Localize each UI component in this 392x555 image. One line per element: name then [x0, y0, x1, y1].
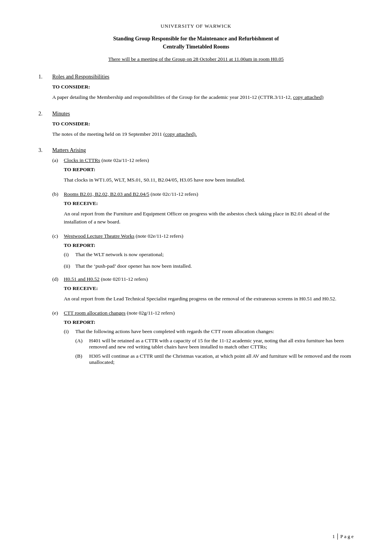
- subsection-3a-action: TO REPORT:: [64, 167, 354, 173]
- subsection-3b-label: (b): [52, 191, 64, 197]
- subsection-3a: (a) Clocks in CTTRs (note 02a/11-12 refe…: [52, 157, 354, 184]
- subsection-3d: (d) H0.51 and H0.52 (note 02f/11-12 refe…: [52, 276, 354, 303]
- section-2: 2. Minutes TO CONSIDER: The notes of the…: [38, 111, 354, 138]
- section-1-body: TO CONSIDER: A paper detailing the Membe…: [52, 84, 354, 102]
- title-line1: Standing Group Responsible for the Maint…: [113, 36, 279, 42]
- subsection-3d-label: (d): [52, 276, 64, 282]
- section-2-action: TO CONSIDER:: [52, 121, 354, 127]
- subsection-3e-title: CTT room allocation changes (note 02g/11…: [64, 310, 175, 316]
- subsection-3a-label: (a): [52, 157, 64, 163]
- section-2-text: The notes of the meeting held on 19 Sept…: [52, 130, 354, 138]
- alpha-A-text: H401 will be retained as a CTTR with a c…: [89, 338, 354, 350]
- section-3-header: 3. Matters Arising: [38, 147, 354, 153]
- subsection-3b-header: (b) Rooms B2.01, B2.02, B2.03 and B2.04/…: [52, 191, 354, 197]
- section-1-text: A paper detailing the Membership and res…: [52, 93, 354, 102]
- subsection-3e-action: TO REPORT:: [64, 319, 354, 325]
- subsection-3a-title: Clocks in CTTRs (note 02a/11-12 refers): [64, 157, 149, 163]
- subsection-3d-action: TO RECEIVE:: [64, 285, 354, 292]
- subsection-3b-title: Rooms B2.01, B2.02, B2.03 and B2.04/5 (n…: [64, 191, 198, 197]
- alpha-B-text: H305 will continue as a CTTR until the C…: [89, 353, 354, 365]
- section-3-num: 3.: [38, 147, 52, 153]
- subsection-3c: (c) Westwood Lecture Theatre Works (note…: [52, 233, 354, 269]
- subsection-3a-header: (a) Clocks in CTTRs (note 02a/11-12 refe…: [52, 157, 354, 163]
- section-2-title: Minutes: [52, 111, 70, 117]
- subsection-3e-i-text: That the following actions have been com…: [75, 328, 274, 335]
- subsection-3c-body: TO REPORT: (i) That the WLT network is n…: [64, 242, 354, 269]
- subsection-3c-label: (c): [52, 233, 64, 239]
- subsection-3e-header: (e) CTT room allocation changes (note 02…: [52, 310, 354, 316]
- section-2-header: 2. Minutes: [38, 111, 354, 117]
- subsection-3e-alpha-items: (A) H401 will be retained as a CTTR with…: [75, 338, 354, 365]
- university-name: UNIVERSITY OF WARWICK: [38, 23, 354, 29]
- section-1-body-underline: copy attached): [293, 94, 324, 100]
- subsection-3e-i-header: (i) That the following actions have been…: [64, 328, 354, 335]
- section-1-body-text: A paper detailing the Membership and res…: [52, 94, 292, 100]
- meeting-notice: There will be a meeting of the Group on …: [38, 56, 354, 62]
- subsection-3c-i: (i) That the WLT network is now operatio…: [64, 252, 354, 258]
- section-1-header: 1. Roles and Responsibilities: [38, 74, 354, 80]
- subsection-3c-i-text: That the WLT network is now operational;: [75, 252, 164, 258]
- subsection-3e-body: TO REPORT: (i) That the following action…: [64, 319, 354, 365]
- alpha-A-num: (A): [75, 338, 89, 344]
- section-1: 1. Roles and Responsibilities TO CONSIDE…: [38, 74, 354, 102]
- subsection-3c-ii: (ii) That the ‘push-pad’ door opener has…: [64, 263, 354, 269]
- subsection-3d-title: H0.51 and H0.52 (note 02f/11-12 refers): [64, 276, 148, 282]
- subsection-3b-body: TO RECEIVE: An oral report from the Furn…: [64, 200, 354, 226]
- section-1-title: Roles and Responsibilities: [52, 74, 110, 80]
- section-3-body: (a) Clocks in CTTRs (note 02a/11-12 refe…: [52, 157, 354, 365]
- subsection-3c-ii-num: (ii): [64, 263, 75, 269]
- subsection-3c-header: (c) Westwood Lecture Theatre Works (note…: [52, 233, 354, 239]
- section-3: 3. Matters Arising (a) Clocks in CTTRs (…: [38, 147, 354, 365]
- section-2-body-prefix: The notes of the meeting held on 19 Sept…: [52, 131, 162, 137]
- subsection-3e: (e) CTT room allocation changes (note 02…: [52, 310, 354, 365]
- subsection-3d-body: TO RECEIVE: An oral report from the Lead…: [64, 285, 354, 303]
- subsection-3d-text: An oral report from the Lead Technical S…: [64, 295, 354, 303]
- section-1-action: TO CONSIDER:: [52, 84, 354, 90]
- section-2-body: TO CONSIDER: The notes of the meeting he…: [52, 121, 354, 138]
- subsection-3c-ii-text: That the ‘push-pad’ door opener has now …: [75, 263, 192, 269]
- subsection-3e-i-num: (i): [64, 328, 75, 335]
- alpha-B-num: (B): [75, 353, 89, 359]
- section-2-body-underline: (copy attached).: [163, 131, 197, 137]
- subsection-3b: (b) Rooms B2.01, B2.02, B2.03 and B2.04/…: [52, 191, 354, 226]
- page-footer: 1 P a g e: [332, 533, 354, 540]
- page-number: 1: [332, 533, 335, 539]
- page-header: UNIVERSITY OF WARWICK Standing Group Res…: [38, 23, 354, 62]
- alpha-item-B: (B) H305 will continue as a CTTR until t…: [75, 353, 354, 365]
- subsection-3b-text: An oral report from the Furniture and Eq…: [64, 210, 354, 226]
- title-line2: Centrally Timetabled Rooms: [163, 44, 229, 50]
- subsection-3a-text: That clocks in WT1.05, WLT, MS.01, S0.11…: [64, 176, 354, 184]
- subsection-3b-action: TO RECEIVE:: [64, 200, 354, 207]
- section-1-num: 1.: [38, 74, 52, 80]
- section-3-title: Matters Arising: [52, 147, 86, 153]
- page-label: P a g e: [337, 533, 354, 540]
- subsection-3c-ii-header: (ii) That the ‘push-pad’ door opener has…: [64, 263, 354, 269]
- document-title: Standing Group Responsible for the Maint…: [38, 35, 354, 51]
- subsection-3e-label: (e): [52, 310, 64, 316]
- subsection-3c-i-header: (i) That the WLT network is now operatio…: [64, 252, 354, 258]
- subsection-3c-i-num: (i): [64, 252, 75, 258]
- page: UNIVERSITY OF WARWICK Standing Group Res…: [0, 0, 392, 555]
- subsection-3e-i: (i) That the following actions have been…: [64, 328, 354, 365]
- subsection-3d-header: (d) H0.51 and H0.52 (note 02f/11-12 refe…: [52, 276, 354, 282]
- subsection-3c-action: TO REPORT:: [64, 242, 354, 248]
- subsection-3a-body: TO REPORT: That clocks in WT1.05, WLT, M…: [64, 167, 354, 184]
- document-content: 1. Roles and Responsibilities TO CONSIDE…: [38, 74, 354, 365]
- section-2-num: 2.: [38, 111, 52, 117]
- alpha-item-A: (A) H401 will be retained as a CTTR with…: [75, 338, 354, 350]
- subsection-3c-title: Westwood Lecture Theatre Works (note 02e…: [64, 233, 183, 239]
